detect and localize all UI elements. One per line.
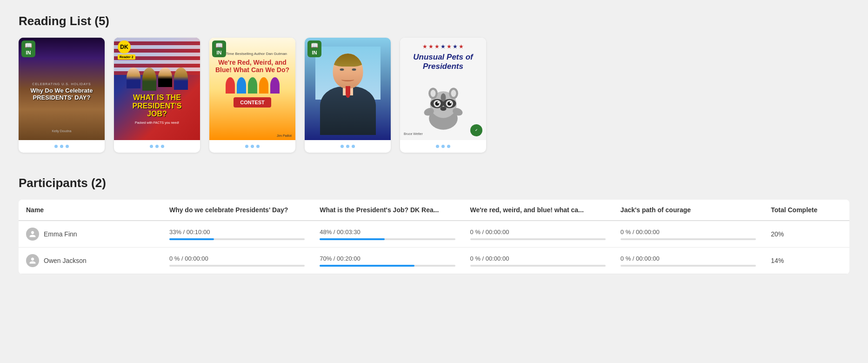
participant-book1-cell-1: 0 % / 00:00:00 xyxy=(162,248,312,274)
cell-stat-book3-1: 0 % / 00:00:00 xyxy=(470,255,606,262)
book1-dots[interactable] xyxy=(54,145,69,148)
progress-bar-container-book2-0 xyxy=(320,238,455,240)
participant-book4-cell-0: 0 % / 00:00:00 xyxy=(613,221,763,248)
participant-name-cell-1: Owen Jackson xyxy=(19,248,162,274)
table-header-row: Name Why do we celebrate Presidents' Day… xyxy=(19,200,849,221)
cell-content-book4-0: 0 % / 00:00:00 xyxy=(621,229,756,240)
col-header-book4: Jack's path of courage xyxy=(613,200,763,221)
book-card-4[interactable]: 📖 IN xyxy=(305,38,391,153)
dk-logo: DK xyxy=(118,40,131,54)
cell-stat-book2-1: 70% / 00:20:00 xyxy=(320,255,455,262)
cell-content-book3-1: 0 % / 00:00:00 xyxy=(470,255,606,267)
col-header-book2: What is the President's Job? DK Rea... xyxy=(312,200,462,221)
progress-bar-container-book3-1 xyxy=(470,265,606,267)
book-card-3[interactable]: 📖 IN Last-Time Bestselling Author Dan Gu… xyxy=(209,38,295,153)
cell-stat-book4-0: 0 % / 00:00:00 xyxy=(621,229,756,235)
book-card-5[interactable]: ★ ★ ★ ★ ★ ★ ★ Unusual Pets of Presidents xyxy=(400,38,486,153)
cell-stat-book2-0: 48% / 00:03:30 xyxy=(320,229,455,235)
cell-stat-book1-0: 33% / 00:10:00 xyxy=(169,229,305,235)
cell-content-book1-0: 33% / 00:10:00 xyxy=(169,229,305,240)
book-open-icon-3: 📖 xyxy=(215,42,223,49)
book-cover-3: 📖 IN Last-Time Bestselling Author Dan Gu… xyxy=(209,38,295,140)
svg-point-14 xyxy=(451,90,456,97)
progress-bar-book2-0 xyxy=(320,238,385,240)
svg-point-9 xyxy=(449,102,451,103)
progress-bar-container-book4-1 xyxy=(621,265,756,267)
book3-dots[interactable] xyxy=(245,145,260,148)
participant-name-0: Emma Finn xyxy=(44,230,77,238)
dot2 xyxy=(441,145,445,148)
book-badge-4: 📖 IN xyxy=(307,40,321,57)
book3-author-top: Last-Time Bestselling Author Dan Gutman xyxy=(218,52,287,56)
dot3 xyxy=(256,145,260,148)
participant-book3-cell-0: 0 % / 00:00:00 xyxy=(463,221,613,248)
dot3 xyxy=(161,145,164,148)
col-header-book3: We're red, weird, and blue! what ca... xyxy=(463,200,613,221)
book4-footer xyxy=(305,140,391,153)
dot3 xyxy=(66,145,69,148)
col-header-total: Total Complete xyxy=(763,200,849,221)
book5-green-badge: ✓ xyxy=(470,124,482,136)
participants-title: Participants (2) xyxy=(19,176,849,190)
book-card-2[interactable]: DK Reader 2 WHAT IS THE PRESIDENT'S JOB?… xyxy=(114,38,200,153)
svg-point-8 xyxy=(437,102,439,103)
participants-section: Participants (2) Name Why do we celebrat… xyxy=(19,176,849,274)
book1-title: Why Do We CelebratePRESIDENTS' DAY? xyxy=(26,87,97,101)
book2-dots[interactable] xyxy=(150,145,164,148)
participant-name-1: Owen Jackson xyxy=(44,257,87,264)
cell-content-book3-0: 0 % / 00:00:00 xyxy=(470,229,606,240)
raccoon-svg xyxy=(418,80,469,131)
book3-title: We're Red, Weird, and Blue! What Can We … xyxy=(213,59,292,74)
book2-footer xyxy=(114,140,200,153)
book5-dots[interactable] xyxy=(436,145,450,148)
participant-name-cell-0: Emma Finn xyxy=(19,221,162,248)
dot1 xyxy=(436,145,439,148)
book3-footer xyxy=(209,140,295,153)
dot2 xyxy=(60,145,63,148)
col-header-book1: Why do we celebrate Presidents' Day? xyxy=(162,200,312,221)
book5-stars: ★ ★ ★ ★ ★ ★ ★ xyxy=(422,43,464,50)
dot1 xyxy=(341,145,344,148)
participant-avatar-0 xyxy=(26,228,39,241)
book1-subtitle: CELEBRATING U.S. HOLIDAYS xyxy=(26,82,97,86)
book-cover-5: ★ ★ ★ ★ ★ ★ ★ Unusual Pets of Presidents xyxy=(400,38,486,140)
reading-list-title: Reading List (5) xyxy=(19,14,849,28)
book5-footer xyxy=(400,140,486,153)
reader-level: Reader 2 xyxy=(118,54,135,60)
book-cover-2: DK Reader 2 WHAT IS THE PRESIDENT'S JOB?… xyxy=(114,38,200,140)
book-card-1[interactable]: 📖 IN CELEBRATING U.S. HOLIDAYS Why Do We… xyxy=(19,38,105,153)
cell-stat-book1-1: 0 % / 00:00:00 xyxy=(169,255,305,262)
participant-book4-cell-1: 0 % / 00:00:00 xyxy=(613,248,763,274)
participant-book2-cell-0: 48% / 00:03:30 xyxy=(312,221,462,248)
participant-total-0: 20% xyxy=(763,221,849,248)
participant-book1-cell-0: 33% / 00:10:00 xyxy=(162,221,312,248)
svg-point-10 xyxy=(440,107,446,111)
book3-contest-badge: CONTEST xyxy=(234,97,271,108)
dot3 xyxy=(352,145,355,148)
book-cover-4: 📖 IN xyxy=(305,38,391,140)
progress-bar-book1-0 xyxy=(169,238,214,240)
col-header-name: Name xyxy=(19,200,162,221)
progress-bar-container-book1-0 xyxy=(169,238,305,240)
cell-content-book2-1: 70% / 00:20:00 xyxy=(320,255,455,267)
book5-title: Unusual Pets of Presidents xyxy=(404,53,482,72)
cell-stat-book4-1: 0 % / 00:00:00 xyxy=(621,255,756,262)
book4-dots[interactable] xyxy=(341,145,355,148)
book3-illustrator: Jim Paillot xyxy=(277,134,292,137)
book2-title: WHAT IS THE PRESIDENT'S JOB? xyxy=(121,94,193,118)
book-cover-1: 📖 IN CELEBRATING U.S. HOLIDAYS Why Do We… xyxy=(19,38,105,140)
table-row: Owen Jackson 0 % / 00:00:00 70% / 00:20:… xyxy=(19,248,849,274)
book2-facts: Packed with FACTS you need! xyxy=(135,121,179,124)
cell-stat-book3-0: 0 % / 00:00:00 xyxy=(470,229,606,235)
book-open-icon: 📖 xyxy=(25,42,32,49)
presidents-silhouettes xyxy=(127,67,188,91)
book-open-icon-4: 📖 xyxy=(311,42,318,49)
book-badge-3: 📖 IN xyxy=(212,40,226,57)
dot2 xyxy=(155,145,159,148)
book3-characters xyxy=(226,77,280,94)
dot2 xyxy=(346,145,349,148)
dot1 xyxy=(245,145,248,148)
reading-list: 📖 IN CELEBRATING U.S. HOLIDAYS Why Do We… xyxy=(19,38,849,153)
dot1 xyxy=(150,145,153,148)
participants-table: Name Why do we celebrate Presidents' Day… xyxy=(19,200,849,274)
